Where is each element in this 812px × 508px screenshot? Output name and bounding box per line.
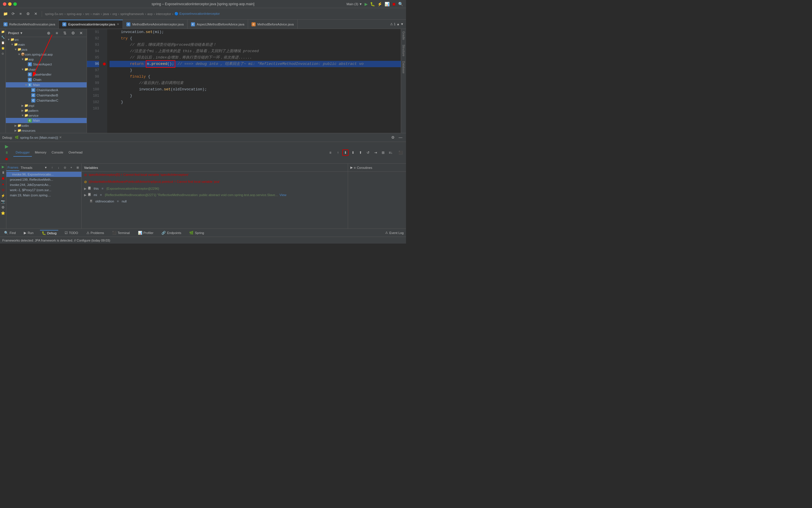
tree-src[interactable]: ▼ 📁 src	[6, 37, 87, 42]
breadcrumb-org[interactable]: org	[113, 12, 117, 16]
frame-item-0[interactable]: ✓ invoke:96, ExposeInvocatio...	[6, 172, 81, 177]
close-button[interactable]	[3, 2, 6, 6]
left-sidebar-icon-4[interactable]: ⭐	[1, 47, 5, 50]
bottom-problems[interactable]: ⚠ Problems	[85, 230, 106, 236]
settings-icon[interactable]: ⚙	[25, 11, 31, 17]
frame-item-4[interactable]: main:19, Main (com.spring....	[6, 193, 81, 198]
bottom-run[interactable]: ▶ Run	[22, 230, 35, 236]
left-sidebar-icon-3[interactable]: 📋	[1, 41, 5, 44]
frame-item-1[interactable]: proceed:199, ReflectiveMeth...	[6, 177, 81, 182]
tree-java[interactable]: ▼ 📁 java	[6, 47, 87, 52]
project-icon[interactable]: 📁	[2, 11, 9, 17]
debug-button[interactable]: 🐛	[370, 2, 375, 6]
frame-filter-btn[interactable]: ▼	[43, 165, 48, 170]
tree-impl[interactable]: ▶ 📁 impl	[6, 103, 87, 108]
breadcrumb-interceptor[interactable]: interceptor	[156, 12, 171, 16]
var-item-mi[interactable]: ▶ P mi = {ReflectiveMethodInvocation@227…	[82, 192, 348, 198]
bottom-profiler[interactable]: 📊 Profiler	[136, 230, 155, 236]
tree-chainhandlera[interactable]: C ChainHandlerA	[6, 87, 87, 93]
debug-tab-console[interactable]: Console	[49, 149, 66, 157]
search-button[interactable]: 🔍	[398, 2, 403, 6]
event-log[interactable]: ⚠ Event Log	[385, 231, 404, 235]
move-up-btn[interactable]: ↑	[335, 150, 341, 156]
frames-tab[interactable]: Frames	[6, 165, 19, 171]
breadcrumb-main[interactable]: main	[93, 12, 100, 16]
stop-btn[interactable]: ⏹	[3, 156, 10, 162]
debug-icon-7[interactable]: 📷	[1, 200, 5, 204]
debug-tab-debugger[interactable]: Debugger	[13, 149, 32, 157]
code-lines[interactable]: invocation.set(mi); try { // 然后，继续调责任链的p…	[107, 29, 401, 133]
coverage-button[interactable]: ⚡	[377, 2, 382, 6]
bottom-endpoints[interactable]: 🔗 Endpoints	[160, 230, 183, 236]
tab-close-expose[interactable]: ✕	[117, 23, 119, 26]
minimize-button[interactable]	[8, 2, 11, 6]
maximize-button[interactable]	[13, 2, 17, 6]
tree-chain-folder[interactable]: ▼ 📁 chain	[6, 67, 87, 72]
frame-item-2[interactable]: invoke:244, JdkDynamicAo...	[6, 182, 81, 187]
run-to-cursor-btn[interactable]: ↺	[365, 150, 371, 156]
debug-tab-overhead[interactable]: Overhead	[66, 149, 85, 157]
run-config[interactable]: Main (3) ▼	[347, 2, 362, 6]
step-out-btn[interactable]: ⬆	[357, 150, 364, 156]
sync-icon[interactable]: ⟳	[10, 11, 16, 17]
sort-icon[interactable]: ≡	[17, 11, 24, 17]
debug-icon-4[interactable]: ●	[2, 182, 4, 186]
sort-icon[interactable]: ⇅	[62, 30, 68, 36]
more-options-btn[interactable]: ≡↓	[388, 150, 394, 156]
evaluate-btn[interactable]: ⇥	[372, 150, 379, 156]
debug-icon-3[interactable]: ⏹	[1, 176, 5, 180]
debug-icon-6[interactable]: ⚡	[1, 194, 5, 198]
filter-icon[interactable]: ⚙	[70, 30, 76, 36]
breadcrumb-java[interactable]: java	[103, 12, 109, 16]
tree-kotlin[interactable]: ▶ 📁 kotlin	[6, 123, 87, 128]
structure-label[interactable]: Structure	[401, 42, 406, 59]
debug-minimize-icon[interactable]: —	[397, 134, 404, 141]
frame-expand-btn[interactable]: ⊞	[75, 165, 80, 170]
tree-chainhandlerb[interactable]: C ChainHandlerB	[6, 93, 87, 98]
left-sidebar-icon-1[interactable]: 📁	[1, 30, 5, 33]
frame-item-3[interactable]: work:-1, $Proxy17 (com.sur...	[6, 187, 81, 193]
profile-button[interactable]: 📊	[384, 2, 390, 6]
breadcrumb-src[interactable]: spring-5x-src	[45, 12, 64, 16]
database-label[interactable]: Database	[401, 59, 406, 76]
tree-aop[interactable]: ▼ 📁 aop	[6, 57, 87, 62]
bottom-debug[interactable]: 🐛 Debug	[40, 230, 58, 236]
var-item-this[interactable]: ▶ P this = {ExposeInvocationInterceptor@…	[82, 186, 348, 192]
debug-session-close[interactable]: ✕	[59, 135, 62, 139]
tree-chain-class[interactable]: C Chain	[6, 77, 87, 82]
expand-mi[interactable]: ▶	[84, 193, 86, 197]
breadcrumb-aop[interactable]: aop	[147, 12, 153, 16]
tree-chainhandlerc[interactable]: C ChainHandlerC	[6, 98, 87, 103]
tree-main[interactable]: ▼ 📁 main	[6, 42, 87, 47]
show-all-frames-btn[interactable]: ≡	[327, 150, 333, 156]
bottom-todo[interactable]: ☑ TODO	[63, 230, 80, 236]
resume-btn[interactable]: ▶	[3, 143, 10, 150]
tree-resources[interactable]: ▶ 📁 resources	[6, 128, 87, 133]
breadcrumb-src2[interactable]: src	[85, 12, 89, 16]
tab-aspectj[interactable]: C AspectJMethodBeforeAdvice.java	[188, 20, 248, 29]
left-sidebar-icon-5[interactable]: ⚙	[1, 52, 4, 55]
bottom-find[interactable]: 🔍 Find	[2, 230, 17, 236]
debug-icon-2[interactable]: ⏸	[1, 171, 5, 175]
debug-icon-8[interactable]: ⚙	[1, 205, 5, 209]
debug-tab-memory[interactable]: Memory	[33, 149, 49, 157]
locate-icon[interactable]: ⊕	[45, 30, 52, 36]
breadcrumb-springframework[interactable]: springframework	[120, 12, 144, 16]
frame-add-btn[interactable]: +	[69, 165, 74, 170]
tab-method-before[interactable]: C MethodBeforeAdviceInterceptor.java	[123, 20, 187, 29]
tree-pattern[interactable]: ▶ 📁 pattern	[6, 108, 87, 113]
tab-method-advice[interactable]: C MethodBeforeAdvice.java	[248, 20, 297, 29]
trace-current-btn[interactable]: ⊞	[380, 150, 386, 156]
tab-reflective[interactable]: C ReflectiveMethodInvocation.java	[0, 20, 59, 29]
frame-copy-btn[interactable]: ⊙	[62, 165, 68, 170]
tree-basehandler[interactable]: C BaseHandler	[6, 72, 87, 77]
debug-icon-5[interactable]: ⊙	[2, 188, 5, 192]
tree-main-service[interactable]: C Main	[6, 118, 87, 123]
pause-btn[interactable]: ⏸	[3, 150, 10, 156]
run-button[interactable]: ▶	[365, 2, 368, 6]
gradle-label[interactable]: Gradle	[401, 29, 406, 42]
tree-service[interactable]: ▼ 📁 service	[6, 113, 87, 118]
stop-button[interactable]: ⏹	[392, 2, 396, 6]
step-over-btn[interactable]: ⬇	[342, 150, 349, 156]
frame-up-btn[interactable]: ↑	[49, 165, 55, 170]
